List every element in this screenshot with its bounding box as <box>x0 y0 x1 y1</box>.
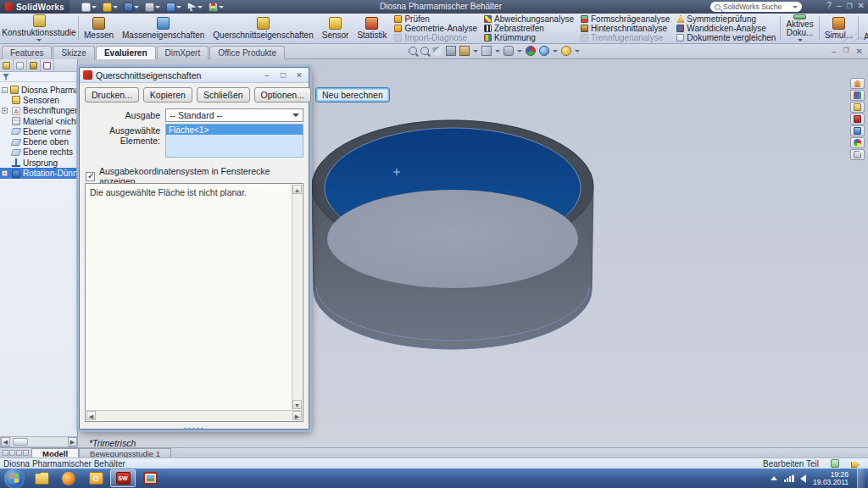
file-explorer-button[interactable] <box>850 102 865 113</box>
rebuild-button[interactable] <box>209 3 224 12</box>
results-horizontal-scrollbar[interactable]: ◀ ▶ <box>86 410 302 420</box>
chevron-down-icon[interactable] <box>575 50 580 53</box>
expander-icon[interactable] <box>2 108 8 114</box>
wanddicken-analyse-button[interactable]: Wanddicken-Analyse <box>676 24 776 32</box>
help-button[interactable] <box>826 1 832 10</box>
start-button[interactable] <box>4 469 25 488</box>
open-button[interactable] <box>103 3 118 12</box>
zoom-to-selection-icon[interactable] <box>432 46 442 56</box>
results-panel[interactable]: Die ausgewählte Fläche ist nicht planar.… <box>85 183 303 422</box>
propertymanager-tab[interactable] <box>14 59 27 71</box>
statistik-button[interactable]: Statistik <box>353 14 391 42</box>
dialog-resize-grip[interactable] <box>183 427 205 430</box>
kruemmung-button[interactable]: Krümmung <box>484 33 574 42</box>
taskbar-outlook-button[interactable] <box>83 469 108 487</box>
tab-dimxpert[interactable]: DimXpert <box>157 46 209 59</box>
select-button[interactable] <box>187 3 203 12</box>
appearances-button[interactable] <box>850 137 865 148</box>
design-library-button[interactable] <box>850 90 865 101</box>
konstruktionsstudie-button[interactable]: Konstruktionsstudie <box>1 14 77 42</box>
dialog-title-bar[interactable]: Querschnittseigenschaften – ▢ ✕ <box>80 68 309 83</box>
hinterschnittanalyse-button[interactable]: Hinterschnittanalyse <box>581 24 670 32</box>
rim-top-face[interactable] <box>312 120 593 252</box>
zoom-to-area-icon[interactable] <box>420 47 429 55</box>
restore-button[interactable] <box>846 1 852 10</box>
taskbar-explorer-button[interactable] <box>29 469 54 487</box>
tab-features[interactable]: Features <box>2 46 52 59</box>
dialog-close-button[interactable]: ✕ <box>293 71 305 80</box>
display-style-icon[interactable] <box>481 46 492 56</box>
tree-item-rotation-duenn1[interactable]: Rotation-Dünn1 <box>0 168 77 178</box>
tree-item-part-root[interactable]: Diosna Pharmamischer <box>0 85 77 95</box>
hide-show-items-icon[interactable] <box>504 46 514 56</box>
list-item[interactable]: Fläche<1> <box>166 125 303 135</box>
view-settings-icon[interactable] <box>561 46 571 56</box>
dokumente-vergleichen-button[interactable]: Dokumente vergleichen <box>676 33 776 42</box>
tab-evaluieren[interactable]: Evaluieren <box>96 46 156 59</box>
expander-icon[interactable] <box>2 170 8 176</box>
tab-skizze[interactable]: Skizze <box>53 46 94 59</box>
undo-button[interactable] <box>166 3 181 12</box>
abweichungsanalyse-button[interactable]: Abweichungsanalyse <box>484 14 574 23</box>
doc-close-button[interactable]: ✕ <box>856 47 863 56</box>
save-button[interactable] <box>124 3 139 12</box>
dialog-maximize-button[interactable]: ▢ <box>277 71 289 79</box>
zoom-fit-icon[interactable] <box>409 47 417 55</box>
optionen-button[interactable]: Optionen... <box>254 87 311 103</box>
ausgabe-dropdown[interactable]: -- Standard -- <box>165 108 303 122</box>
expander-icon[interactable] <box>2 87 8 93</box>
solidworks-resources-button[interactable] <box>850 78 865 89</box>
tag-icon[interactable] <box>851 459 860 468</box>
tree-item-ebene-oben[interactable]: Ebene oben <box>0 136 77 147</box>
results-vertical-scrollbar[interactable]: ▲ ▼ <box>292 185 302 409</box>
minimize-button[interactable] <box>837 1 842 10</box>
selected-elements-listbox[interactable]: Fläche<1> <box>165 124 303 158</box>
featuremanager-tab[interactable] <box>0 59 14 71</box>
chevron-down-icon[interactable] <box>473 50 478 53</box>
neu-berechnen-button[interactable]: Neu berechnen <box>315 87 390 103</box>
scroll-left-icon[interactable]: ◀ <box>86 411 96 420</box>
toolbox-button[interactable] <box>850 114 865 125</box>
tree-item-material[interactable]: Material <nicht fes <box>0 116 77 126</box>
checkbox-icon[interactable] <box>86 172 95 181</box>
trennfugenanalyse-button[interactable]: Trennfugenanalyse <box>581 33 670 42</box>
scrollbar-thumb[interactable] <box>13 438 28 446</box>
formschraegeanalyse-button[interactable]: Formschrägeanalyse <box>581 14 670 23</box>
tree-item-beschriftungen[interactable]: Beschriftungen <box>0 106 77 116</box>
edit-appearance-icon[interactable] <box>526 46 536 56</box>
apply-scene-icon[interactable] <box>539 46 549 56</box>
chevron-down-icon[interactable] <box>495 50 500 53</box>
doc-restore-button[interactable]: ❐ <box>843 47 849 56</box>
volume-icon[interactable] <box>800 474 806 483</box>
doc-minimize-button[interactable]: – <box>832 47 837 56</box>
configurationmanager-tab[interactable] <box>27 59 41 71</box>
taskbar-clock[interactable]: 19:26 19.03.2011 <box>813 471 850 486</box>
masseneigenschaften-button[interactable]: Masseneigenschaften <box>118 14 209 42</box>
dialog-minimize-button[interactable]: – <box>261 71 273 80</box>
tree-filter-row[interactable] <box>0 72 77 82</box>
section-view-icon[interactable] <box>446 46 456 56</box>
section-properties-dialog[interactable]: Querschnittseigenschaften – ▢ ✕ Drucken.… <box>79 67 309 430</box>
show-desktop-button[interactable] <box>857 469 865 488</box>
tree-item-ebene-rechts[interactable]: Ebene rechts <box>0 147 77 158</box>
new-document-button[interactable] <box>81 3 97 12</box>
scroll-right-icon[interactable]: ▶ <box>292 411 302 420</box>
schliessen-button[interactable]: Schließen <box>197 87 250 103</box>
revolved-thin-part[interactable] <box>312 120 593 349</box>
scroll-up-icon[interactable]: ▲ <box>292 185 302 194</box>
pruefen-button[interactable]: Prüfen <box>394 14 477 23</box>
search-input[interactable]: SolidWorks Suche <box>710 2 802 12</box>
scroll-down-icon[interactable]: ▼ <box>292 400 302 409</box>
close-button[interactable] <box>858 1 865 10</box>
aktives-dokument-button[interactable]: AktivesDoku... <box>782 14 817 42</box>
tree-item-ebene-vorne[interactable]: Ebene vorne <box>0 126 77 136</box>
tab-modell[interactable]: Modell <box>31 448 79 458</box>
tray-expand-icon[interactable] <box>771 476 777 480</box>
taskbar-solidworks-button[interactable] <box>110 469 136 487</box>
symmetriepruefung-button[interactable]: Symmetrieprüfung <box>676 14 776 23</box>
zebrastreifen-button[interactable]: Zebrastreifen <box>484 24 574 32</box>
sensor-button[interactable]: Sensor <box>318 14 353 42</box>
tree-item-sensoren[interactable]: Sensoren <box>0 95 77 105</box>
view-palette-button[interactable] <box>850 125 865 136</box>
geometrie-analyse-button[interactable]: Geometrie-Analyse <box>394 24 477 32</box>
